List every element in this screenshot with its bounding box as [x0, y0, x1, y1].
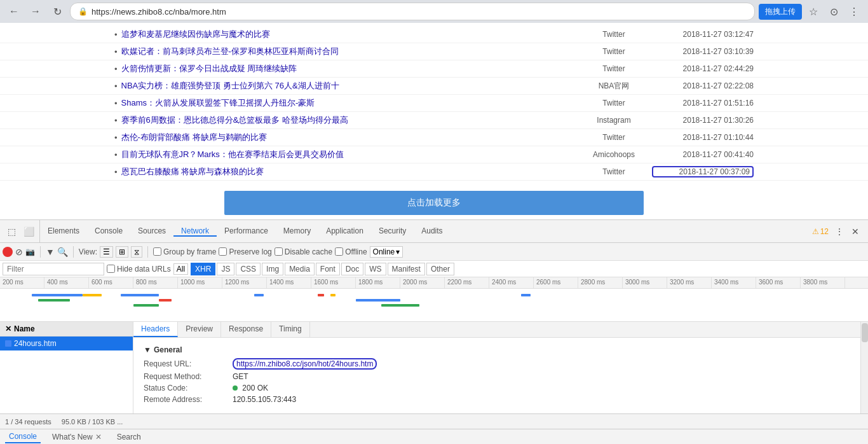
- group-by-frame-checkbox[interactable]: [153, 247, 161, 256]
- timeline-tick: 2000 ms: [400, 277, 445, 288]
- stop-recording-button[interactable]: ⊘: [15, 247, 23, 257]
- preserve-log-text: Preserve log: [229, 247, 271, 256]
- device-toggle-button[interactable]: ⬜: [22, 225, 36, 238]
- group-by-frame-label[interactable]: Group by frame: [153, 247, 216, 256]
- news-title-link[interactable]: 火箭伤情更新：保罗今日出战成疑 周琦继续缺阵: [121, 63, 576, 74]
- filter-type-js[interactable]: JS: [217, 263, 234, 275]
- detail-tab-response[interactable]: Response: [221, 322, 271, 337]
- close-request-icon[interactable]: ✕: [5, 324, 11, 333]
- news-title-link[interactable]: 欧媒记者：前马刺球员布兰登-保罗和奥林匹亚科斯商讨合同: [121, 46, 576, 57]
- translate-button[interactable]: 拖拽上传: [759, 4, 802, 20]
- search-button[interactable]: 🔍: [57, 247, 68, 257]
- offline-label[interactable]: Offline: [335, 247, 367, 256]
- online-dropdown[interactable]: Online ▾: [370, 246, 403, 258]
- bottom-tab-close-button[interactable]: ✕: [95, 433, 102, 441]
- bottom-tab-what's-new[interactable]: What's New✕: [48, 431, 105, 443]
- hide-data-urls-checkbox[interactable]: [107, 265, 115, 273]
- filter-all-label[interactable]: All: [173, 263, 188, 275]
- news-title-link[interactable]: 赛季前6周数据：恩比德总得分&总篮板最多 哈登场均得分最高: [121, 114, 576, 126]
- record-button[interactable]: [3, 247, 13, 257]
- disable-cache-label[interactable]: Disable cache: [275, 247, 332, 256]
- warning-badge[interactable]: ⚠ 12: [812, 227, 829, 236]
- devtools-tab-audits[interactable]: Audits: [414, 226, 450, 237]
- devtools-more-button[interactable]: ⋮: [834, 225, 845, 238]
- view-list-button[interactable]: ☰: [100, 246, 113, 258]
- devtools-tab-security[interactable]: Security: [371, 226, 414, 237]
- timeline-bars: [0, 289, 868, 322]
- detail-tab-headers[interactable]: Headers: [133, 322, 178, 337]
- forward-button[interactable]: →: [27, 3, 44, 20]
- filter-type-ws[interactable]: WS: [365, 263, 386, 275]
- filter-type-doc[interactable]: Doc: [341, 263, 363, 275]
- scrollbar-track[interactable]: [860, 322, 868, 416]
- news-time: 2018-11-27 03:12:47: [652, 30, 754, 39]
- general-section-title: ▼ General: [144, 343, 850, 357]
- timeline-tick: 1000 ms: [178, 277, 222, 288]
- timeline-tick: 800 ms: [133, 277, 178, 288]
- filter-type-xhr[interactable]: XHR: [191, 263, 215, 275]
- devtools-tab-elements[interactable]: Elements: [40, 226, 87, 237]
- timeline-bar: [121, 294, 159, 296]
- filter-type-img[interactable]: Img: [262, 263, 283, 275]
- news-bullet: •: [114, 64, 118, 74]
- profile-icon[interactable]: ⊙: [825, 3, 843, 20]
- bottom-tab-label: Console: [9, 432, 37, 441]
- news-title-link[interactable]: Shams：火箭从发展联盟签下锋卫摇摆人丹纽尔-豪斯: [121, 97, 576, 109]
- devtools-tab-console[interactable]: Console: [87, 226, 130, 237]
- request-item-24hours[interactable]: 24hours.htm: [0, 336, 133, 350]
- bottom-tab-console[interactable]: Console: [5, 431, 41, 443]
- news-title-link[interactable]: NBA实力榜：雄鹿强势登顶 勇士位列第六 76人&湖人进前十: [121, 80, 576, 92]
- status-dot-icon: [233, 385, 238, 391]
- timeline-bar: [356, 299, 400, 302]
- inspect-element-button[interactable]: ⬚: [6, 225, 17, 238]
- filter-type-media[interactable]: Media: [285, 263, 315, 275]
- offline-checkbox[interactable]: [335, 247, 343, 256]
- hide-data-urls-text: Hide data URLs: [117, 265, 171, 274]
- preserve-log-checkbox[interactable]: [219, 247, 227, 256]
- detail-tab-timing[interactable]: Timing: [271, 322, 310, 337]
- refresh-button[interactable]: ↻: [48, 3, 66, 20]
- filter-type-css[interactable]: CSS: [236, 263, 261, 275]
- filter-type-other[interactable]: Other: [426, 263, 454, 275]
- news-title-link[interactable]: 恩瓦巴右膝酸痛 将缺席与森林狼的比赛: [121, 166, 576, 177]
- warning-icon: ⚠: [812, 227, 819, 236]
- filter-type-manifest[interactable]: Manifest: [388, 263, 425, 275]
- hide-data-urls-label[interactable]: Hide data URLs: [107, 265, 171, 274]
- back-button[interactable]: ←: [5, 3, 23, 20]
- timeline-bar: [38, 299, 70, 302]
- devtools-tab-memory[interactable]: Memory: [276, 226, 318, 237]
- general-title: General: [154, 345, 182, 354]
- news-title-link[interactable]: 追梦和麦基尼继续因伤缺席与魔术的比赛: [121, 29, 576, 40]
- devtools-close-button[interactable]: ✕: [850, 225, 860, 238]
- view-waterfall-button[interactable]: ⧖: [131, 246, 142, 258]
- timeline-tick: 2400 ms: [489, 277, 534, 288]
- disable-cache-checkbox[interactable]: [275, 247, 283, 256]
- status-code-value: 200 OK: [233, 384, 268, 392]
- news-source: Amicohoops: [576, 150, 652, 159]
- bottom-tab-search[interactable]: Search: [113, 431, 145, 443]
- news-time: 2018-11-27 00:37:09: [652, 166, 754, 177]
- news-title-link[interactable]: 杰伦-布朗背部酸痛 将缺席与鹈鹕的比赛: [121, 132, 576, 143]
- section-arrow-icon: ▼: [144, 345, 151, 354]
- bottom-tab-label: What's New: [52, 433, 93, 441]
- menu-icon[interactable]: ⋮: [845, 3, 863, 20]
- devtools-tab-network[interactable]: Network: [173, 226, 217, 237]
- news-time: 2018-11-27 00:41:40: [652, 150, 754, 159]
- requests-panel: ✕ Name 24hours.htm HeadersPreviewRespons…: [0, 322, 868, 416]
- preserve-log-label[interactable]: Preserve log: [219, 247, 271, 256]
- load-more-button[interactable]: 点击加载更多: [224, 191, 644, 215]
- devtools-tab-performance[interactable]: Performance: [217, 226, 276, 237]
- view-grid-button[interactable]: ⊞: [116, 246, 128, 258]
- devtools-tab-application[interactable]: Application: [318, 226, 371, 237]
- devtools-tab-sources[interactable]: Sources: [130, 226, 173, 237]
- screenshot-button[interactable]: 📷: [25, 247, 35, 256]
- filter-type-font[interactable]: Font: [316, 263, 340, 275]
- bookmark-icon[interactable]: ☆: [804, 3, 822, 20]
- timeline-bar: [32, 294, 83, 296]
- detail-tab-preview[interactable]: Preview: [178, 322, 221, 337]
- filter-input[interactable]: [3, 263, 104, 275]
- devtools-icon-buttons: ⬚ ⬜: [3, 220, 40, 242]
- news-title-link[interactable]: 目前无球队有意JR？Marks：他在赛季结束后会更具交易价值: [121, 149, 576, 160]
- filter-button[interactable]: ▼: [46, 247, 55, 257]
- address-bar[interactable]: 🔒 https://news.zhibo8.cc/nba/more.htm: [70, 3, 755, 20]
